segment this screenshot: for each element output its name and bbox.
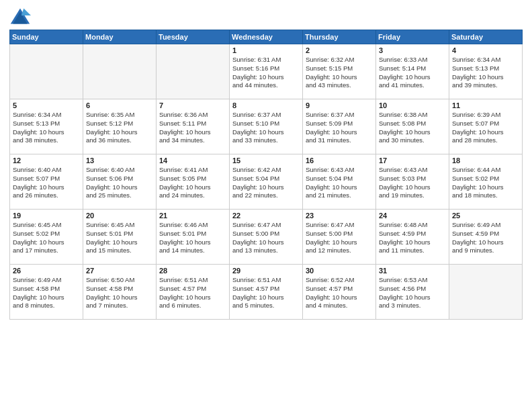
calendar-cell: 3Sunrise: 6:33 AMSunset: 5:14 PMDaylight… bbox=[376, 44, 449, 99]
day-number: 18 bbox=[452, 156, 519, 165]
day-number: 3 bbox=[379, 46, 446, 54]
calendar-cell: 19Sunrise: 6:45 AMSunset: 5:02 PMDayligh… bbox=[10, 210, 83, 265]
day-number: 10 bbox=[379, 101, 446, 109]
calendar-cell: 14Sunrise: 6:41 AMSunset: 5:05 PMDayligh… bbox=[157, 154, 230, 210]
day-info: Sunrise: 6:37 AMSunset: 5:10 PMDaylight:… bbox=[232, 111, 300, 145]
day-info: Sunrise: 6:45 AMSunset: 5:02 PMDaylight:… bbox=[13, 221, 80, 255]
day-info: Sunrise: 6:40 AMSunset: 5:07 PMDaylight:… bbox=[13, 166, 80, 200]
calendar-cell: 29Sunrise: 6:51 AMSunset: 4:57 PMDayligh… bbox=[230, 265, 303, 320]
calendar-week-3: 19Sunrise: 6:45 AMSunset: 5:02 PMDayligh… bbox=[10, 210, 523, 265]
calendar-week-2: 12Sunrise: 6:40 AMSunset: 5:07 PMDayligh… bbox=[10, 154, 523, 210]
day-header-saturday: Saturday bbox=[449, 30, 523, 44]
calendar-cell: 6Sunrise: 6:35 AMSunset: 5:12 PMDaylight… bbox=[83, 99, 157, 154]
day-header-wednesday: Wednesday bbox=[230, 30, 303, 44]
day-number: 23 bbox=[306, 212, 373, 220]
calendar-cell: 20Sunrise: 6:45 AMSunset: 5:01 PMDayligh… bbox=[83, 210, 157, 265]
day-info: Sunrise: 6:36 AMSunset: 5:11 PMDaylight:… bbox=[159, 111, 226, 145]
day-number: 5 bbox=[13, 101, 80, 109]
calendar-cell: 12Sunrise: 6:40 AMSunset: 5:07 PMDayligh… bbox=[10, 154, 83, 210]
day-number: 1 bbox=[232, 46, 300, 54]
day-info: Sunrise: 6:43 AMSunset: 5:04 PMDaylight:… bbox=[306, 166, 373, 200]
day-number: 17 bbox=[379, 156, 446, 165]
calendar-cell: 18Sunrise: 6:44 AMSunset: 5:02 PMDayligh… bbox=[449, 154, 523, 210]
day-info: Sunrise: 6:35 AMSunset: 5:12 PMDaylight:… bbox=[86, 111, 153, 145]
day-info: Sunrise: 6:31 AMSunset: 5:16 PMDaylight:… bbox=[232, 56, 300, 90]
day-header-thursday: Thursday bbox=[303, 30, 376, 44]
calendar-cell: 25Sunrise: 6:49 AMSunset: 4:59 PMDayligh… bbox=[449, 210, 523, 265]
day-number: 24 bbox=[379, 212, 446, 220]
calendar-cell: 4Sunrise: 6:34 AMSunset: 5:13 PMDaylight… bbox=[449, 44, 523, 99]
calendar-cell: 5Sunrise: 6:34 AMSunset: 5:13 PMDaylight… bbox=[10, 99, 83, 154]
day-header-monday: Monday bbox=[83, 30, 157, 44]
calendar-cell: 16Sunrise: 6:43 AMSunset: 5:04 PMDayligh… bbox=[303, 154, 376, 210]
day-info: Sunrise: 6:51 AMSunset: 4:57 PMDaylight:… bbox=[232, 276, 300, 310]
day-number: 11 bbox=[452, 101, 519, 109]
calendar-cell: 10Sunrise: 6:38 AMSunset: 5:08 PMDayligh… bbox=[376, 99, 449, 154]
day-number: 21 bbox=[159, 212, 226, 220]
day-number: 16 bbox=[306, 156, 373, 165]
day-number: 22 bbox=[232, 212, 300, 220]
day-info: Sunrise: 6:46 AMSunset: 5:01 PMDaylight:… bbox=[159, 221, 226, 255]
calendar-cell: 2Sunrise: 6:32 AMSunset: 5:15 PMDaylight… bbox=[303, 44, 376, 99]
day-info: Sunrise: 6:39 AMSunset: 5:07 PMDaylight:… bbox=[452, 111, 519, 145]
calendar-cell: 21Sunrise: 6:46 AMSunset: 5:01 PMDayligh… bbox=[157, 210, 230, 265]
day-number: 12 bbox=[13, 156, 80, 165]
day-header-sunday: Sunday bbox=[10, 30, 83, 44]
day-info: Sunrise: 6:44 AMSunset: 5:02 PMDaylight:… bbox=[452, 166, 519, 200]
day-info: Sunrise: 6:50 AMSunset: 4:58 PMDaylight:… bbox=[86, 276, 153, 310]
day-number: 15 bbox=[232, 156, 300, 165]
day-info: Sunrise: 6:40 AMSunset: 5:06 PMDaylight:… bbox=[86, 166, 153, 200]
day-info: Sunrise: 6:34 AMSunset: 5:13 PMDaylight:… bbox=[452, 56, 519, 90]
calendar-cell: 9Sunrise: 6:37 AMSunset: 5:09 PMDaylight… bbox=[303, 99, 376, 154]
day-number: 7 bbox=[159, 101, 226, 109]
day-info: Sunrise: 6:47 AMSunset: 5:00 PMDaylight:… bbox=[306, 221, 373, 255]
calendar-week-0: 1Sunrise: 6:31 AMSunset: 5:16 PMDaylight… bbox=[10, 44, 523, 99]
calendar-cell: 22Sunrise: 6:47 AMSunset: 5:00 PMDayligh… bbox=[230, 210, 303, 265]
calendar-header-row: SundayMondayTuesdayWednesdayThursdayFrid… bbox=[10, 30, 523, 44]
calendar-week-4: 26Sunrise: 6:49 AMSunset: 4:58 PMDayligh… bbox=[10, 265, 523, 320]
calendar-cell bbox=[449, 265, 523, 320]
calendar-cell: 7Sunrise: 6:36 AMSunset: 5:11 PMDaylight… bbox=[157, 99, 230, 154]
day-number: 31 bbox=[379, 267, 446, 275]
day-info: Sunrise: 6:53 AMSunset: 4:56 PMDaylight:… bbox=[379, 276, 446, 310]
day-info: Sunrise: 6:47 AMSunset: 5:00 PMDaylight:… bbox=[232, 221, 300, 255]
day-number: 19 bbox=[13, 212, 80, 220]
calendar-cell: 15Sunrise: 6:42 AMSunset: 5:04 PMDayligh… bbox=[230, 154, 303, 210]
day-number: 29 bbox=[232, 267, 300, 275]
calendar-cell bbox=[83, 44, 157, 99]
day-info: Sunrise: 6:42 AMSunset: 5:04 PMDaylight:… bbox=[232, 166, 300, 200]
calendar-cell: 1Sunrise: 6:31 AMSunset: 5:16 PMDaylight… bbox=[230, 44, 303, 99]
calendar-cell bbox=[10, 44, 83, 99]
calendar-cell: 27Sunrise: 6:50 AMSunset: 4:58 PMDayligh… bbox=[83, 265, 157, 320]
day-info: Sunrise: 6:37 AMSunset: 5:09 PMDaylight:… bbox=[306, 111, 373, 145]
day-info: Sunrise: 6:49 AMSunset: 4:59 PMDaylight:… bbox=[452, 221, 519, 255]
header bbox=[9, 7, 523, 26]
calendar-cell: 28Sunrise: 6:51 AMSunset: 4:57 PMDayligh… bbox=[157, 265, 230, 320]
day-number: 13 bbox=[86, 156, 153, 165]
calendar-cell: 17Sunrise: 6:43 AMSunset: 5:03 PMDayligh… bbox=[376, 154, 449, 210]
day-header-friday: Friday bbox=[376, 30, 449, 44]
svg-marker-2 bbox=[21, 8, 31, 15]
day-header-tuesday: Tuesday bbox=[157, 30, 230, 44]
day-number: 20 bbox=[86, 212, 153, 220]
day-number: 14 bbox=[159, 156, 226, 165]
day-info: Sunrise: 6:32 AMSunset: 5:15 PMDaylight:… bbox=[306, 56, 373, 90]
calendar-cell: 23Sunrise: 6:47 AMSunset: 5:00 PMDayligh… bbox=[303, 210, 376, 265]
day-info: Sunrise: 6:49 AMSunset: 4:58 PMDaylight:… bbox=[13, 276, 80, 310]
calendar-cell: 13Sunrise: 6:40 AMSunset: 5:06 PMDayligh… bbox=[83, 154, 157, 210]
calendar-cell: 11Sunrise: 6:39 AMSunset: 5:07 PMDayligh… bbox=[449, 99, 523, 154]
day-number: 6 bbox=[86, 101, 153, 109]
day-info: Sunrise: 6:34 AMSunset: 5:13 PMDaylight:… bbox=[13, 111, 80, 145]
day-info: Sunrise: 6:48 AMSunset: 4:59 PMDaylight:… bbox=[379, 221, 446, 255]
day-number: 28 bbox=[159, 267, 226, 275]
calendar: SundayMondayTuesdayWednesdayThursdayFrid… bbox=[9, 30, 523, 320]
day-number: 25 bbox=[452, 212, 519, 220]
day-info: Sunrise: 6:38 AMSunset: 5:08 PMDaylight:… bbox=[379, 111, 446, 145]
logo-icon bbox=[9, 7, 31, 26]
day-number: 27 bbox=[86, 267, 153, 275]
calendar-week-1: 5Sunrise: 6:34 AMSunset: 5:13 PMDaylight… bbox=[10, 99, 523, 154]
day-number: 9 bbox=[306, 101, 373, 109]
day-info: Sunrise: 6:33 AMSunset: 5:14 PMDaylight:… bbox=[379, 56, 446, 90]
day-number: 8 bbox=[232, 101, 300, 109]
calendar-cell: 8Sunrise: 6:37 AMSunset: 5:10 PMDaylight… bbox=[230, 99, 303, 154]
